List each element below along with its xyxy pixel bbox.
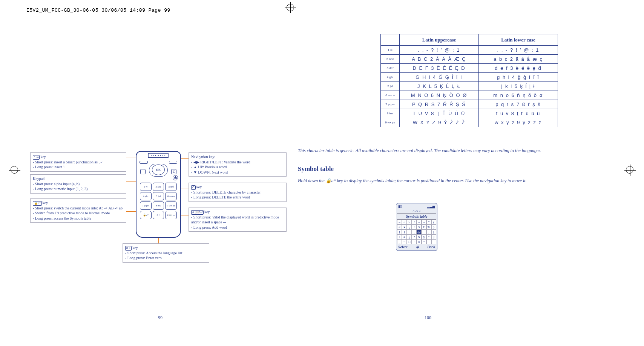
upper-cell: G H I 4 Ğ Ģ Î Ï Ī	[400, 73, 479, 82]
table-row: 9 wx yzW X Y Z 9 Ý Ź Ż Žw x y z 9 ý ź ż …	[381, 118, 558, 127]
key-cell: 7 pq rs	[381, 100, 400, 109]
crop-mark-left	[11, 166, 18, 174]
symbol-cell: +	[417, 220, 422, 225]
phone-illustration: ALCATEL OK C ⏻ 1 ∞ 2 abc 3 def 4 ghi 5 j…	[136, 151, 181, 238]
key-star: 🔒a*	[140, 211, 152, 219]
lower-cell: t u v 8 ţ ť ù ú ü	[479, 109, 558, 118]
crop-mark-top	[283, 0, 298, 15]
key-cell: 4 ghi	[381, 73, 400, 82]
symbol-cell: $	[417, 225, 422, 229]
key-glyph-hash: # 📖 ⏘	[191, 210, 204, 215]
upper-cell: . , - ? ! ' @ : 1	[400, 46, 479, 55]
symbol-cell: )	[431, 225, 436, 229]
key-glyph-c: C	[191, 185, 196, 190]
key-cell: 1 ∞	[381, 46, 400, 55]
key-8: 8 tuv	[153, 201, 164, 210]
screen-title: Symbols table	[397, 214, 436, 219]
key-hash: # 📖 ⏘	[165, 211, 177, 219]
symbol-cell: −	[422, 220, 426, 225]
softkey-select: Select	[398, 245, 407, 249]
table-row: 3 defD E F 3 È É Ě Ę Đd e f 3 è é ě ę đ	[381, 64, 558, 73]
end-key: ⏻	[173, 175, 178, 180]
key-cell: 8 tuv	[381, 109, 400, 118]
upper-cell: P Q R S 7 Ř Ŕ Ş Š	[400, 100, 479, 109]
status-bar: ▮▯▂▃▅	[397, 204, 436, 209]
c-key: C	[171, 169, 176, 174]
softkey-right	[169, 161, 177, 164]
symbol-cell: =	[397, 220, 402, 225]
lower-cell: d e f 3 è é ě ę đ	[479, 64, 558, 73]
symbol-cell: /	[412, 220, 417, 225]
symbol-cell: ?	[412, 234, 417, 239]
symbol-cell: ~	[402, 239, 407, 244]
symbol-cell: *	[426, 220, 431, 225]
table-row: 2 abcA B C 2 Ã Ä Å Æ Ça b c 2 ã ä å æ ç	[381, 55, 558, 64]
key-0: 0 +	[153, 211, 164, 219]
upper-cell: J K L 5 Ķ Ĺ Ļ Ł	[400, 82, 479, 91]
softkey-left	[140, 161, 148, 164]
th-corner	[381, 34, 400, 46]
key-6: 6 mn o	[165, 192, 177, 200]
call-key	[140, 169, 146, 174]
lower-cell: j k l 5 ķ ĺ ļ ł	[479, 82, 558, 91]
key-glyph-1: 1 ∞	[33, 155, 40, 160]
screen-tabs: ⌂ & ♪	[397, 209, 436, 214]
page-number-left: 99	[158, 315, 163, 321]
lower-cell: g h i 4 ğ ģ î ï ī	[479, 73, 558, 82]
key-cell: 6 mn o	[381, 91, 400, 100]
lower-cell: . , - ? ! ' @ : 1	[479, 46, 558, 55]
key-cell: 3 def	[381, 64, 400, 73]
lower-cell: p q r s 7 ß ŕ ş š	[479, 100, 558, 109]
symbol-cell: @	[417, 229, 422, 234]
symbol-cell: [	[431, 229, 436, 234]
key-3: 3 def	[165, 183, 177, 191]
symbol-cell: !	[412, 225, 417, 229]
battery-icon: ▮▯	[398, 205, 402, 208]
phone-keypad: 1 ∞ 2 abc 3 def 4 ghi 5 jkl 6 mn o 7 pq …	[140, 183, 177, 219]
callout-keypad: Keypad Short press: alpha input (a, b) L…	[30, 174, 126, 194]
callout-c-key: Ckey Short press: DELETE character by ch…	[189, 183, 287, 202]
key-1: 1 ∞	[140, 183, 152, 191]
th-lowercase: Latin lower case	[479, 34, 558, 46]
symbols-grid: =<>/+−*(€¥¡!$£%){}.,@:;[\#¿?&§"]_~□'ß^|	[397, 219, 436, 244]
phone-brand: ALCATEL	[148, 153, 169, 158]
nav-indicator-icon: ⊕	[416, 245, 419, 249]
symbol-cell: _	[397, 239, 402, 244]
key-cell: 2 abc	[381, 55, 400, 64]
symbol-cell: ]	[431, 234, 436, 239]
key-5: 5 jkl	[153, 192, 164, 200]
symbol-table-heading: Symbol table	[298, 165, 334, 173]
key-glyph-zero: 0 +	[125, 246, 132, 251]
page-number-right: 100	[425, 315, 431, 321]
callout-nav-key: Navigation key: ◀▶ RIGHT/LEFT: Validate …	[189, 152, 287, 177]
upper-cell: A B C 2 Ã Ä Å Æ Ç	[400, 55, 479, 64]
symbol-cell: :	[422, 229, 426, 234]
key-glyph-star: 🔒a*	[33, 201, 42, 206]
symbol-cell: §	[422, 234, 426, 239]
table-row: 6 mn oM N O 6 Ñ Ņ Õ Ö Øm n o 6 ñ ņ õ ö ø	[381, 91, 558, 100]
symbol-cell: ^	[422, 239, 426, 244]
symbol-cell	[431, 239, 436, 244]
upper-cell: T U V 8 Ţ Ť Ù Ú Ü	[400, 109, 479, 118]
symbol-cell: {	[397, 229, 402, 234]
table-note: This character table is generic. All ava…	[298, 147, 558, 154]
symbol-cell: .	[407, 229, 412, 234]
ok-button: OK	[152, 165, 165, 175]
symbol-table-body: Hold down the 🔒a* key to display the sym…	[298, 177, 558, 184]
crop-mark-right	[626, 166, 633, 174]
th-uppercase: Latin uppercase	[400, 34, 479, 46]
print-header: E5V2_UM_FCC-GB_30-06-05 30/06/05 14:09 P…	[26, 8, 170, 13]
key-cell: 5 jkl	[381, 82, 400, 91]
symbol-cell: |	[426, 239, 431, 244]
symbol-cell: (	[431, 220, 436, 225]
symbol-cell: }	[402, 229, 407, 234]
symbol-cell: ;	[426, 229, 431, 234]
symbol-cell: ,	[412, 229, 417, 234]
table-row: 7 pq rsP Q R S 7 Ř Ŕ Ş Šp q r s 7 ß ŕ ş …	[381, 100, 558, 109]
symbol-cell: ¥	[402, 225, 407, 229]
key-9: 9 wx yz	[165, 201, 177, 210]
key-4: 4 ghi	[140, 192, 152, 200]
key-2: 2 abc	[153, 183, 164, 191]
softkey-back: Back	[427, 245, 435, 249]
page-99: 1 ∞key Short press: insert a Smart punct…	[30, 23, 290, 324]
